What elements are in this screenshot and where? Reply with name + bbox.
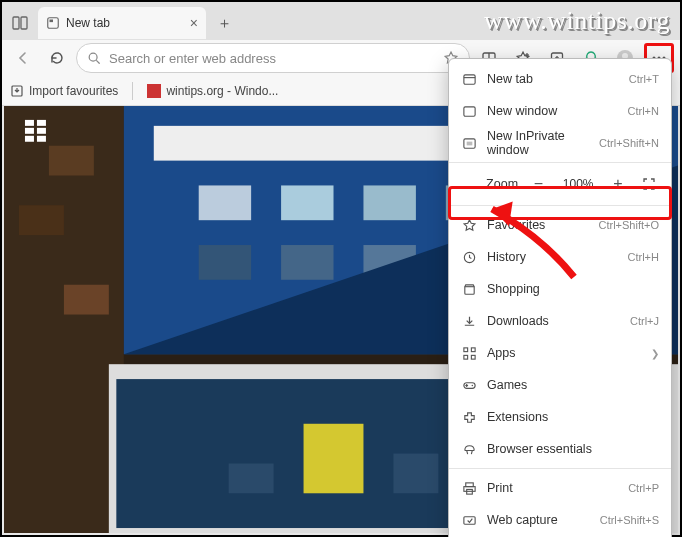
menu-new-tab-shortcut: Ctrl+T: [629, 73, 659, 85]
menu-favourites-label: Favourites: [487, 218, 588, 232]
history-icon: [461, 249, 477, 265]
games-icon: [461, 377, 477, 393]
close-tab-icon[interactable]: ×: [190, 15, 198, 31]
svg-rect-23: [64, 285, 109, 315]
svg-rect-27: [281, 185, 333, 220]
import-favourites-label: Import favourites: [29, 84, 118, 98]
browser-window: { "watermark": "www.wintips.org", "tab":…: [0, 0, 682, 537]
menu-extensions-label: Extensions: [487, 410, 659, 424]
svg-rect-2: [48, 18, 59, 29]
menu-apps[interactable]: Apps ❯: [449, 337, 671, 369]
menu-games[interactable]: Games: [449, 369, 671, 401]
menu-new-window-label: New window: [487, 104, 618, 118]
menu-new-window-shortcut: Ctrl+N: [628, 105, 659, 117]
menu-downloads[interactable]: Downloads Ctrl+J: [449, 305, 671, 337]
chevron-right-icon: ❯: [651, 348, 659, 359]
menu-zoom-row: Zoom − 100% +: [449, 166, 671, 202]
svg-rect-58: [471, 355, 475, 359]
favourites-menu-icon: [461, 217, 477, 233]
import-icon: [10, 84, 24, 98]
menu-capture-label: Web capture: [487, 513, 590, 527]
menu-essentials[interactable]: Browser essentials: [449, 433, 671, 465]
menu-history-label: History: [487, 250, 618, 264]
svg-rect-32: [281, 245, 333, 280]
svg-point-4: [89, 53, 97, 61]
browser-tab[interactable]: New tab ×: [38, 7, 206, 39]
svg-rect-43: [37, 120, 46, 126]
downloads-icon: [461, 313, 477, 329]
svg-rect-55: [463, 347, 467, 351]
svg-rect-48: [463, 74, 474, 83]
svg-rect-22: [19, 205, 64, 235]
tab-actions-icon[interactable]: [6, 9, 34, 37]
menu-shopping[interactable]: Shopping: [449, 273, 671, 305]
svg-rect-40: [229, 463, 274, 493]
extensions-icon: [461, 409, 477, 425]
menu-new-tab[interactable]: New tab Ctrl+T: [449, 63, 671, 95]
shopping-icon: [461, 281, 477, 297]
menu-zoom-label: Zoom: [486, 177, 518, 191]
menu-print-label: Print: [487, 481, 618, 495]
svg-rect-56: [471, 347, 475, 351]
newtab-icon: [461, 71, 477, 87]
menu-favourites[interactable]: Favourites Ctrl+Shift+O: [449, 209, 671, 241]
svg-rect-26: [199, 185, 251, 220]
svg-rect-39: [304, 424, 364, 494]
menu-extensions[interactable]: Extensions: [449, 401, 671, 433]
address-placeholder: Search or enter web address: [109, 51, 276, 66]
menu-history[interactable]: History Ctrl+H: [449, 241, 671, 273]
essentials-icon: [461, 441, 477, 457]
svg-rect-21: [49, 146, 94, 176]
apps-icon: [461, 345, 477, 361]
menu-favourites-shortcut: Ctrl+Shift+O: [598, 219, 659, 231]
menu-games-label: Games: [487, 378, 659, 392]
tab-title: New tab: [66, 16, 110, 30]
menu-new-tab-label: New tab: [487, 72, 619, 86]
svg-rect-52: [466, 141, 472, 145]
newtab-page-icon: [46, 16, 60, 30]
print-icon: [461, 480, 477, 496]
bookmark-wintips[interactable]: wintips.org - Windo...: [147, 84, 278, 98]
svg-rect-57: [463, 355, 467, 359]
search-icon: [87, 51, 101, 65]
svg-rect-45: [37, 128, 46, 134]
zoom-pct: 100%: [559, 177, 598, 191]
refresh-button[interactable]: [42, 43, 72, 73]
svg-rect-50: [463, 106, 474, 115]
newwindow-icon: [461, 103, 477, 119]
svg-rect-42: [25, 120, 34, 126]
menu-history-shortcut: Ctrl+H: [628, 251, 659, 263]
back-button[interactable]: [8, 43, 38, 73]
svg-point-60: [471, 384, 473, 386]
svg-rect-0: [13, 17, 19, 29]
bookmarks-separator: [132, 82, 133, 100]
menu-new-window[interactable]: New window Ctrl+N: [449, 95, 671, 127]
svg-rect-3: [50, 20, 54, 23]
settings-menu: New tab Ctrl+T New window Ctrl+N New InP…: [448, 58, 672, 537]
address-bar[interactable]: Search or enter web address: [76, 43, 470, 73]
menu-print-shortcut: Ctrl+P: [628, 482, 659, 494]
svg-line-5: [97, 61, 100, 64]
menu-shopping-label: Shopping: [487, 282, 659, 296]
menu-inprivate[interactable]: New InPrivate window Ctrl+Shift+N: [449, 127, 671, 159]
tab-bar: New tab × ＋: [2, 2, 680, 40]
svg-rect-31: [199, 245, 251, 280]
svg-rect-46: [25, 136, 34, 142]
menu-print[interactable]: Print Ctrl+P: [449, 472, 671, 504]
capture-icon: [461, 512, 477, 528]
menu-downloads-label: Downloads: [487, 314, 620, 328]
svg-rect-47: [37, 136, 46, 142]
wintips-favicon: [147, 84, 161, 98]
svg-rect-44: [25, 128, 34, 134]
menu-separator: [449, 162, 671, 163]
fullscreen-button[interactable]: [638, 173, 659, 195]
new-tab-button[interactable]: ＋: [210, 9, 238, 37]
import-favourites-button[interactable]: Import favourites: [10, 84, 118, 98]
menu-capture[interactable]: Web capture Ctrl+Shift+S: [449, 504, 671, 536]
bookmark-wintips-label: wintips.org - Windo...: [166, 84, 278, 98]
menu-downloads-shortcut: Ctrl+J: [630, 315, 659, 327]
zoom-in-button[interactable]: +: [608, 173, 629, 195]
zoom-out-button[interactable]: −: [528, 173, 549, 195]
menu-apps-label: Apps: [487, 346, 641, 360]
menu-inprivate-label: New InPrivate window: [487, 129, 589, 157]
